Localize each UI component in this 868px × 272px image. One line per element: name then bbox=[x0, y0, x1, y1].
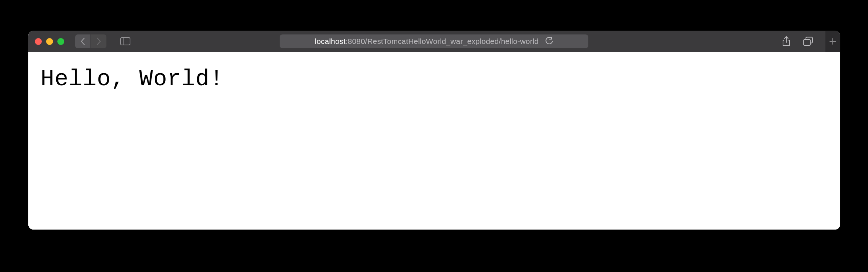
page-body-text: Hello, World! bbox=[41, 66, 828, 92]
navigation-buttons bbox=[75, 34, 106, 48]
browser-window: localhost:8080/RestTomcatHelloWorld_war_… bbox=[28, 31, 840, 230]
sidebar-icon bbox=[120, 37, 130, 45]
new-tab-button[interactable] bbox=[826, 31, 840, 52]
url-path: :8080/RestTomcatHelloWorld_war_exploded/… bbox=[346, 37, 539, 45]
chevron-right-icon bbox=[96, 37, 101, 45]
maximize-window-button[interactable] bbox=[57, 38, 64, 45]
url-text: localhost:8080/RestTomcatHelloWorld_war_… bbox=[315, 37, 539, 46]
svg-rect-0 bbox=[121, 38, 130, 45]
back-button[interactable] bbox=[75, 34, 90, 48]
close-window-button[interactable] bbox=[35, 38, 42, 45]
address-bar-container: localhost:8080/RestTomcatHelloWorld_war_… bbox=[280, 34, 588, 48]
tabs-icon bbox=[803, 37, 813, 46]
reload-button[interactable] bbox=[545, 37, 553, 46]
chevron-left-icon bbox=[80, 37, 85, 45]
page-content: Hello, World! bbox=[28, 52, 840, 230]
browser-toolbar: localhost:8080/RestTomcatHelloWorld_war_… bbox=[28, 31, 840, 52]
reload-icon bbox=[545, 37, 553, 46]
plus-icon bbox=[829, 38, 836, 45]
svg-rect-2 bbox=[804, 40, 810, 45]
share-icon bbox=[782, 36, 791, 47]
address-bar[interactable]: localhost:8080/RestTomcatHelloWorld_war_… bbox=[280, 34, 588, 48]
toolbar-right-controls bbox=[780, 31, 833, 52]
tabs-button[interactable] bbox=[802, 35, 815, 48]
sidebar-toggle-button[interactable] bbox=[117, 34, 133, 48]
window-controls bbox=[35, 38, 64, 45]
minimize-window-button[interactable] bbox=[46, 38, 53, 45]
url-host: localhost bbox=[315, 37, 346, 45]
share-button[interactable] bbox=[780, 35, 793, 48]
forward-button[interactable] bbox=[91, 34, 106, 48]
